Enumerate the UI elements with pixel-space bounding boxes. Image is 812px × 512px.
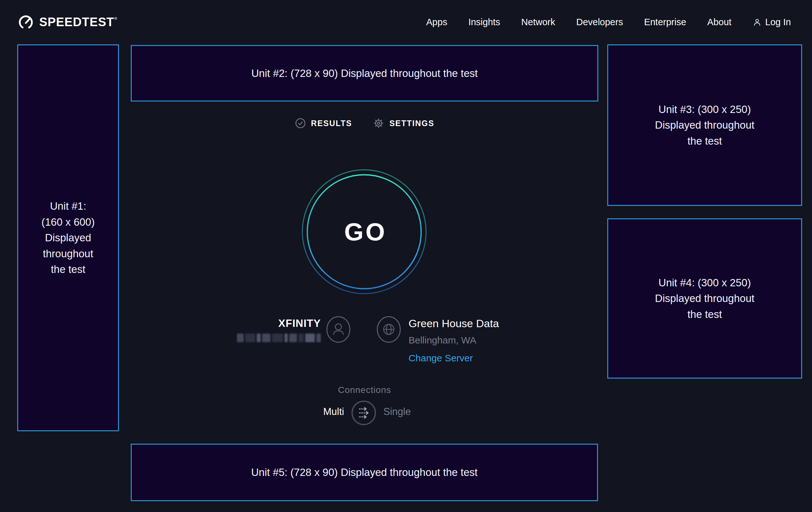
speedtest-logo[interactable]: SPEEDTEST® [18,14,118,31]
nav-item-network[interactable]: Network [521,17,555,27]
ad-unit-2: Unit #2: (728 x 90) Displayed throughout… [131,45,598,102]
ad-text-line: the test [655,306,755,322]
header: SPEEDTEST® Apps Insights Network Develop… [0,0,812,44]
gauge-icon [18,14,34,31]
nav-item-developers[interactable]: Developers [576,17,623,27]
redacted-text [237,333,321,342]
nav-item-about[interactable]: About [707,17,732,27]
ad-text-line: Unit #1: [41,198,95,214]
change-server-link[interactable]: Change Server [409,353,499,363]
nav-item-insights[interactable]: Insights [468,17,500,27]
isp-user-icon [326,316,351,343]
server-block: Green House Data Bellingham, WA Change S… [409,317,499,363]
login-label: Log In [765,17,791,27]
login-button[interactable]: Log In [752,17,791,27]
connections-label: Connections [131,385,598,395]
tab-settings-label: SETTINGS [389,119,434,128]
speedtest-page: { "header": { "logo_text": "SPEEDTEST", … [0,0,812,512]
isp-name: XFINITY [237,317,321,329]
ad-unit-4: Unit #4: (300 x 250) Displayed throughou… [607,218,802,379]
connections-multi-option[interactable]: Multi [323,406,344,417]
nav-item-enterprise[interactable]: Enterprise [644,17,686,27]
connections-single-option[interactable]: Single [383,406,411,417]
ad-text-line: Unit #5: (728 x 90) Displayed throughout… [251,464,478,480]
connections-toggle-icon[interactable] [351,400,376,426]
tab-settings[interactable]: SETTINGS [373,117,434,129]
ad-text-line: the test [655,133,755,149]
nav-item-apps[interactable]: Apps [426,17,447,27]
tab-results-label: RESULTS [311,119,352,128]
trademark-mark: ® [114,16,118,21]
ad-unit-5: Unit #5: (728 x 90) Displayed throughout… [131,444,598,501]
ad-text-line: Displayed throughout [655,117,755,133]
ad-text-line: Unit #2: (728 x 90) Displayed throughout… [251,65,478,81]
go-button[interactable]: GO [301,168,427,295]
main-nav: Apps Insights Network Developers Enterpr… [426,17,791,27]
user-icon [752,18,762,27]
ad-text-line: throughout [41,246,95,262]
go-label: GO [301,168,427,295]
server-name: Green House Data [409,317,499,330]
ad-text-line: Displayed throughout [655,291,755,306]
tab-results[interactable]: RESULTS [295,117,352,129]
logo-wordmark: SPEEDTEST® [39,15,118,29]
ad-text-line: Displayed [41,230,95,246]
tab-bar: RESULTS SETTINGS [131,115,598,131]
ad-unit-3: Unit #3: (300 x 250) Displayed throughou… [607,44,802,206]
ad-unit-1: Unit #1: (160 x 600) Displayed throughou… [17,44,119,431]
check-circle-icon [295,117,306,129]
ad-text-line: (160 x 600) [41,214,95,230]
ad-text-line: Unit #3: (300 x 250) [655,102,755,117]
server-globe-icon [376,316,401,343]
ad-text-line: Unit #4: (300 x 250) [655,275,755,291]
isp-block: XFINITY [237,317,321,342]
gear-icon [373,117,385,129]
ad-text-line: the test [41,262,95,277]
server-location: Bellingham, WA [409,335,499,346]
